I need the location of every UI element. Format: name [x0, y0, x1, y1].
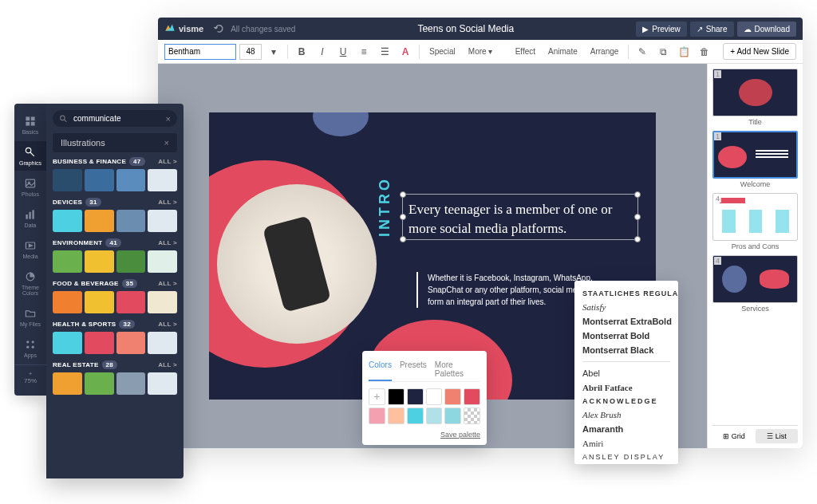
font-option[interactable]: Alex Brush	[582, 408, 670, 422]
save-palette-link[interactable]: Save palette	[369, 431, 480, 439]
graphic-thumb[interactable]	[116, 250, 146, 273]
graphic-thumb[interactable]	[148, 372, 177, 395]
rail-basics[interactable]: Basics	[14, 110, 46, 140]
view-all-link[interactable]: All >	[158, 321, 177, 328]
graphic-thumb[interactable]	[85, 250, 114, 273]
tab-more-palettes[interactable]: More Palettes	[435, 357, 480, 381]
color-swatch[interactable]	[444, 388, 461, 405]
graphic-thumb[interactable]	[116, 169, 146, 191]
undo-icon[interactable]	[213, 23, 224, 34]
font-option[interactable]: Acknowledge	[582, 395, 670, 408]
tab-presets[interactable]: Presets	[400, 357, 427, 381]
slide-thumb[interactable]: 4 Pros and Cons	[712, 193, 798, 250]
headline-textbox[interactable]: Every teenager is a member of one or mor…	[408, 200, 632, 238]
font-option[interactable]: Ansley Display	[582, 451, 670, 463]
font-option[interactable]: Staatliches Regular	[582, 287, 670, 300]
shape-blob[interactable]	[313, 112, 369, 136]
resize-handle[interactable]	[634, 191, 641, 198]
animate-button[interactable]: Animate	[543, 47, 582, 56]
resize-handle[interactable]	[400, 191, 406, 198]
zoom-level[interactable]: +75%	[14, 364, 46, 389]
graphic-thumb[interactable]	[85, 372, 114, 395]
graphic-thumb[interactable]	[116, 291, 146, 313]
add-color-button[interactable]: +	[369, 388, 385, 405]
hero-image[interactable]	[217, 184, 377, 344]
color-swatch[interactable]	[464, 388, 480, 405]
graphic-thumb[interactable]	[53, 372, 82, 395]
color-swatch[interactable]	[426, 388, 443, 405]
view-all-link[interactable]: All >	[158, 361, 177, 368]
delete-icon[interactable]: 🗑	[696, 43, 713, 61]
view-all-link[interactable]: All >	[158, 158, 177, 165]
graphic-thumb[interactable]	[53, 210, 82, 232]
graphic-thumb[interactable]	[85, 169, 114, 191]
rail-data[interactable]: Data	[14, 203, 46, 233]
document-title[interactable]: Teens on Social Media	[295, 23, 636, 34]
category-header[interactable]: ENVIRONMENT41All >	[53, 238, 177, 247]
graphic-thumb[interactable]	[148, 291, 177, 313]
download-button[interactable]: ☁ Download	[737, 22, 796, 37]
paste-icon[interactable]: 📋	[675, 43, 693, 61]
font-option[interactable]: Montserrat Black	[582, 343, 670, 357]
add-slide-button[interactable]: + Add New Slide	[723, 43, 796, 60]
align-button[interactable]: ≡	[355, 43, 373, 61]
list-view-button[interactable]: ☰ List	[756, 429, 799, 443]
slide-thumb[interactable]: 4 Services	[712, 255, 798, 313]
color-swatch[interactable]	[369, 408, 385, 424]
brush-icon[interactable]: ✎	[633, 43, 651, 61]
category-header[interactable]: DEVICES31All >	[53, 198, 177, 207]
list-button[interactable]: ☰	[376, 43, 393, 61]
slide-thumb[interactable]: 1 Welcome	[712, 131, 798, 188]
text-color-button[interactable]: A	[397, 43, 414, 61]
graphic-thumb[interactable]	[53, 291, 82, 313]
graphic-thumb[interactable]	[85, 332, 114, 354]
graphic-thumb[interactable]	[116, 332, 146, 354]
rail-my-files[interactable]: My Files	[14, 302, 46, 332]
color-swatch[interactable]	[444, 408, 461, 424]
graphic-thumb[interactable]	[85, 291, 114, 313]
more-button[interactable]: More ▾	[464, 47, 498, 56]
category-header[interactable]: BUSINESS & FINANCE47All >	[53, 157, 177, 166]
transparent-swatch[interactable]	[464, 408, 480, 424]
preview-button[interactable]: ▶ Preview	[636, 22, 687, 37]
resize-handle[interactable]	[634, 214, 641, 220]
search-input[interactable]	[53, 110, 177, 127]
share-button[interactable]: ↗ Share	[690, 22, 734, 37]
font-option[interactable]: Amiri	[582, 436, 670, 451]
graphic-thumb[interactable]	[116, 210, 146, 232]
font-option[interactable]: Satisfy	[582, 300, 670, 314]
graphic-thumb[interactable]	[148, 210, 177, 232]
resize-handle[interactable]	[634, 236, 641, 242]
font-option[interactable]: Abril Fatface	[582, 380, 670, 395]
resize-handle[interactable]	[400, 236, 406, 242]
close-icon[interactable]: ×	[164, 138, 169, 148]
font-option[interactable]: Montserrat ExtraBold	[582, 314, 670, 329]
rail-theme-colors[interactable]: Theme Colors	[14, 266, 46, 301]
color-swatch[interactable]	[388, 388, 405, 405]
underline-button[interactable]: U	[334, 43, 352, 61]
tab-colors[interactable]: Colors	[369, 357, 392, 381]
graphic-thumb[interactable]	[53, 169, 82, 191]
arrange-button[interactable]: Arrange	[586, 47, 624, 56]
color-swatch[interactable]	[407, 408, 424, 424]
effect-button[interactable]: Effect	[511, 47, 540, 56]
intro-label[interactable]: INTRO	[377, 176, 393, 237]
font-family-select[interactable]	[164, 44, 236, 60]
font-option[interactable]: Amaranth	[582, 422, 670, 436]
view-all-link[interactable]: All >	[158, 199, 177, 206]
graphic-thumb[interactable]	[53, 250, 82, 273]
graphic-thumb[interactable]	[148, 332, 177, 354]
view-all-link[interactable]: All >	[158, 239, 177, 246]
color-swatch[interactable]	[388, 408, 405, 424]
category-header[interactable]: HEALTH & SPORTS32All >	[53, 320, 177, 329]
copy-icon[interactable]: ⧉	[654, 43, 672, 61]
graphic-thumb[interactable]	[85, 210, 114, 232]
color-swatch[interactable]	[426, 408, 443, 424]
graphic-thumb[interactable]	[53, 332, 82, 354]
graphic-thumb[interactable]	[148, 250, 177, 273]
view-all-link[interactable]: All >	[158, 280, 177, 287]
font-option[interactable]: Abel	[582, 366, 670, 380]
rail-apps[interactable]: Apps	[14, 333, 46, 363]
category-header[interactable]: FOOD & BEVERAGE35All >	[53, 279, 177, 288]
font-size-input[interactable]	[239, 44, 262, 60]
